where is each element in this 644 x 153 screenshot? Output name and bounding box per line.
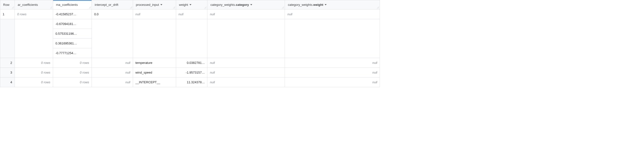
table-row: 4 0 rows 0 rows null __INTERCEPT__ 11.32…	[0, 77, 380, 87]
resize-handle-icon[interactable]	[204, 6, 207, 9]
header-label: ar_coefficients	[18, 3, 38, 7]
merged-blank	[92, 19, 133, 58]
merged-blank	[208, 19, 285, 58]
cell-value: __INTERCEPT__	[136, 80, 160, 84]
cell-value: 0 rows	[41, 71, 50, 74]
merged-blank	[0, 19, 14, 58]
drift-cell: null	[92, 68, 133, 77]
cell-value: 1	[3, 12, 4, 16]
merged-blank	[176, 19, 208, 58]
cell-value: -0.77771254…	[56, 51, 76, 55]
ma-list-item: -0.67094181…	[53, 19, 92, 29]
cell-value: null	[125, 80, 130, 84]
header-label: processed_input	[136, 3, 159, 7]
cat-cell: null	[208, 68, 285, 77]
ma-list-item: 0.361695361…	[53, 39, 92, 48]
merged-blank	[285, 19, 380, 58]
row-number-cell: 4	[0, 77, 15, 87]
cell-value: null	[210, 80, 215, 84]
resize-handle-icon[interactable]	[173, 6, 176, 9]
drift-cell: 0.0	[92, 10, 133, 19]
cell-value: wind_speed	[136, 71, 152, 74]
header-intercept-or-drift[interactable]: intercept_or_drift	[92, 0, 133, 10]
cell-value: null	[210, 61, 215, 65]
cell-value: null	[287, 12, 292, 16]
header-label-field: weight	[313, 3, 323, 7]
chevron-down-icon[interactable]	[325, 4, 326, 5]
header-label-prefix: category_weights.	[210, 3, 236, 7]
cell-value: 11.324378…	[187, 80, 205, 84]
cell-value: 0.0382781…	[187, 61, 205, 65]
header-processed-input[interactable]: processed_input	[133, 0, 176, 10]
row-number-cell: 1	[0, 10, 14, 19]
header-label: ma_coefficients	[56, 3, 78, 7]
wt-col: null	[176, 10, 208, 58]
table-row: 2 0 rows 0 rows null temperature 0.03827…	[0, 58, 380, 68]
table-row: 1 0 rows -0.41585237… -0.67094181… 0.575…	[0, 10, 380, 58]
ma-list-item: 0.575331196…	[53, 29, 92, 39]
resize-handle-icon[interactable]	[50, 6, 52, 9]
resize-handle-icon[interactable]	[89, 6, 91, 9]
header-ar-coefficients[interactable]: ar_coefficients	[15, 0, 53, 10]
cell-value: 0 rows	[41, 61, 50, 65]
header-row-number[interactable]: Row	[0, 0, 15, 10]
cell-value: null	[210, 12, 215, 16]
drift-cell: null	[92, 77, 133, 87]
cwt-cell: null	[285, 77, 380, 87]
cell-value: 0.0	[94, 12, 98, 16]
chevron-down-icon[interactable]	[190, 4, 192, 5]
resize-handle-icon[interactable]	[282, 6, 284, 9]
proc-col: null	[133, 10, 176, 58]
ma-cell: 0 rows	[53, 58, 92, 68]
cwt-cell: null	[285, 10, 380, 19]
wt-cell: 11.324378…	[176, 77, 208, 87]
chevron-down-icon[interactable]	[250, 4, 252, 5]
drift-cell: null	[92, 58, 133, 68]
cell-value: 0 rows	[41, 80, 50, 84]
results-table: Row ar_coefficients ma_coefficients inte…	[0, 0, 380, 87]
proc-cell: __INTERCEPT__	[133, 77, 176, 87]
ma-cell: 0 rows	[53, 77, 92, 87]
ma-cell: 0 rows	[53, 68, 92, 77]
cell-value: 0 rows	[80, 80, 89, 84]
cell-value: null	[372, 71, 377, 74]
header-label: category_weights.category	[210, 3, 249, 7]
drift-col: 0.0	[92, 10, 133, 58]
resize-handle-icon[interactable]	[377, 6, 379, 9]
cell-value: 0 rows	[80, 61, 89, 65]
proc-cell: null	[133, 10, 176, 19]
header-label: intercept_or_drift	[95, 3, 118, 7]
header-category-weights-category[interactable]: category_weights.category	[208, 0, 285, 10]
chevron-down-icon[interactable]	[160, 4, 162, 5]
cell-value: 2	[10, 61, 12, 65]
cell-value: 0.575331196…	[56, 32, 77, 36]
cell-value: null	[125, 71, 130, 74]
ma-col: -0.41585237… -0.67094181… 0.575331196… 0…	[53, 10, 92, 58]
ar-cell: 0 rows	[15, 68, 53, 77]
cell-value: -0.67094181…	[56, 22, 76, 26]
cat-col: null	[208, 10, 285, 58]
cell-value: 0 rows	[17, 12, 26, 16]
row-number-cell: 3	[0, 68, 15, 77]
header-label-field: category	[236, 3, 249, 7]
header-label: Row	[3, 3, 10, 7]
wt-cell: null	[176, 10, 208, 19]
cell-value: 0.361695361…	[56, 42, 77, 45]
cwt-cell: null	[285, 58, 380, 68]
cell-value: 3	[10, 71, 12, 74]
row-number-cell: 2	[0, 58, 15, 68]
cell-value: null	[372, 61, 377, 65]
resize-handle-icon[interactable]	[130, 6, 132, 9]
row-number-col: 1	[0, 10, 15, 58]
proc-cell: wind_speed	[133, 68, 176, 77]
merged-blank	[133, 19, 176, 58]
header-label: weight	[179, 3, 188, 7]
resize-handle-icon[interactable]	[12, 6, 14, 9]
header-weight[interactable]: weight	[176, 0, 208, 10]
ar-cell: 0 rows	[15, 77, 53, 87]
header-category-weights-weight[interactable]: category_weights.weight	[285, 0, 380, 10]
header-ma-coefficients[interactable]: ma_coefficients	[53, 0, 92, 10]
cwt-col: null	[285, 10, 380, 58]
header-label-prefix: category_weights.	[288, 3, 313, 7]
wt-cell: -1.9573157…	[176, 68, 208, 77]
